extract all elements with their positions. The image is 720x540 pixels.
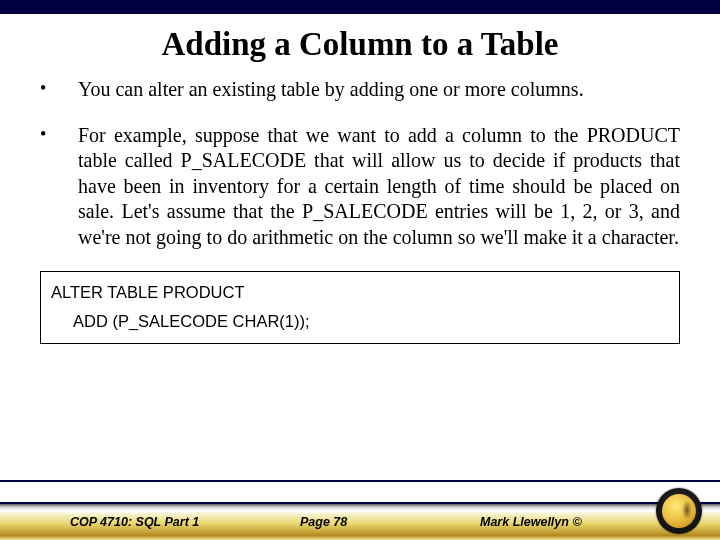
bullet-text: You can alter an existing table by addin…	[78, 77, 680, 103]
footer-divider	[0, 480, 720, 482]
footer: COP 4710: SQL Part 1 Page 78 Mark Llewel…	[0, 480, 720, 540]
bullet-text: For example, suppose that we want to add…	[78, 123, 680, 251]
university-logo-icon	[656, 488, 702, 534]
slide: Adding a Column to a Table • You can alt…	[0, 0, 720, 540]
list-item: • For example, suppose that we want to a…	[40, 123, 680, 251]
logo-inner-icon	[662, 494, 696, 528]
footer-page: Page 78	[300, 515, 480, 529]
top-accent-bar	[0, 0, 720, 14]
code-line: ALTER TABLE PRODUCT	[51, 278, 669, 308]
footer-course: COP 4710: SQL Part 1	[70, 515, 300, 529]
slide-title: Adding a Column to a Table	[0, 26, 720, 63]
bullet-marker: •	[40, 77, 78, 100]
code-line: ADD (P_SALECODE CHAR(1));	[51, 307, 669, 337]
list-item: • You can alter an existing table by add…	[40, 77, 680, 103]
sql-code-box: ALTER TABLE PRODUCT ADD (P_SALECODE CHAR…	[40, 271, 680, 344]
bullet-marker: •	[40, 123, 78, 146]
bullet-list: • You can alter an existing table by add…	[40, 77, 680, 251]
footer-strip: COP 4710: SQL Part 1 Page 78 Mark Llewel…	[0, 502, 720, 540]
slide-content: • You can alter an existing table by add…	[0, 77, 720, 251]
